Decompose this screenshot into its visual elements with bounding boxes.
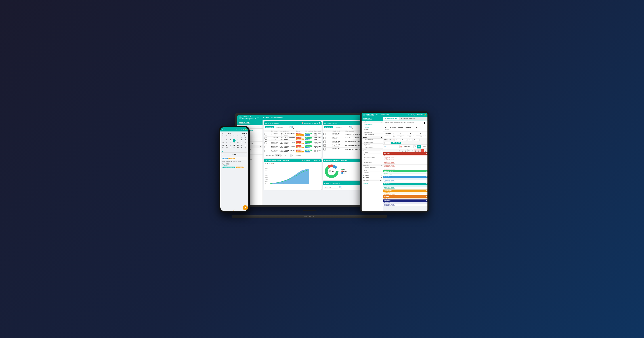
- filter-clients[interactable]: Clients: [401, 139, 407, 141]
- cal-expand-btn[interactable]: ▲: [220, 149, 248, 153]
- tablet-sites-item[interactable]: Sites: [362, 154, 383, 156]
- tab-planning-sites[interactable]: PLANNING SITES: [383, 117, 399, 120]
- menu-icon[interactable]: ☰: [257, 117, 259, 119]
- planning-search[interactable]: [387, 146, 398, 148]
- more-icon[interactable]: ⋮: [268, 142, 270, 143]
- filter-statuts[interactable]: Statuts: [394, 139, 400, 141]
- more-icon[interactable]: ⋮: [268, 138, 270, 139]
- tablet-liens-item[interactable]: Liens utiles▼: [362, 176, 383, 179]
- per-page-select[interactable]: 5: [275, 155, 280, 157]
- chart-icon5[interactable]: ≡: [274, 163, 274, 165]
- carrefour-icon[interactable]: ⚙: [426, 170, 427, 172]
- tablet-admins-item[interactable]: Administrateurs: [362, 161, 383, 164]
- perche-icon[interactable]: ⚙: [426, 196, 427, 197]
- search-icon3[interactable]: 🔍: [349, 126, 353, 129]
- apply-filter-btn[interactable]: APPLIQUER: [391, 142, 401, 144]
- more-icon[interactable]: ⋮: [328, 145, 330, 146]
- view-p45-btn[interactable]: P45: [416, 145, 421, 149]
- last-page-btn[interactable]: ⟩⟩: [291, 154, 294, 157]
- row-checkbox[interactable]: [323, 144, 326, 147]
- tablet-indispo-item[interactable]: Indisponibilités: [362, 131, 383, 134]
- tablet-reduce-btn[interactable]: ‹ Réduire: [362, 182, 383, 185]
- phone-add-label[interactable]: +: [243, 129, 244, 130]
- platform-dropdown[interactable]: [369, 179, 382, 181]
- more-icon[interactable]: ⋮: [328, 149, 330, 150]
- tablet-clients-item[interactable]: Clients: [362, 151, 383, 154]
- filter-button[interactable]: ▼: [243, 205, 248, 210]
- first-page-btn[interactable]: ⟨⟨: [280, 154, 283, 157]
- phone-settings-icon[interactable]: ⚙: [238, 129, 240, 130]
- view-month-btn[interactable]: MOIS: [422, 145, 427, 149]
- phone-notification-icon[interactable]: 🔔: [245, 129, 247, 130]
- row-checkbox[interactable]: [264, 146, 267, 148]
- more-icon[interactable]: ⋮: [268, 150, 270, 152]
- settings-icon2[interactable]: ⚙: [319, 122, 320, 124]
- chart-icon1[interactable]: ☺: [265, 163, 266, 165]
- row-checkbox[interactable]: [264, 137, 267, 140]
- tablet-search-icon[interactable]: 🔍: [408, 114, 410, 116]
- more-icon[interactable]: ⋮: [328, 141, 330, 142]
- tablet-tool-icon[interactable]: 🔧: [413, 114, 415, 116]
- row-checkbox[interactable]: [323, 141, 326, 143]
- chart-icon2[interactable]: ⊕: [267, 163, 268, 165]
- tablet-notification-icon[interactable]: 🔔: [424, 114, 426, 116]
- search-icon2[interactable]: 🔍: [290, 126, 294, 129]
- fnac-icon[interactable]: ⚙: [426, 183, 427, 185]
- filter-presta[interactable]: Presta...: [413, 139, 420, 141]
- filter-sites[interactable]: Sites: [408, 139, 412, 141]
- settings-icon4[interactable]: ⚙: [319, 160, 320, 161]
- tablet-platform-select[interactable]: Plateforme: [362, 179, 383, 182]
- phone-search-icon[interactable]: 🔍: [236, 129, 237, 130]
- tab-planning-agents[interactable]: PLANNING AGENTS: [399, 117, 416, 120]
- next-week-btn[interactable]: ›: [412, 145, 414, 149]
- tablet-dashboard-item[interactable]: Tableau de bord: [362, 123, 383, 126]
- phone-back-icon[interactable]: ←: [224, 129, 226, 130]
- tablet-params-item[interactable]: Paramètres▼: [362, 174, 383, 176]
- actions-button-2[interactable]: ACTIONS ▼: [324, 126, 333, 128]
- tablet-settings-icon[interactable]: ⚙: [410, 114, 412, 116]
- proprete-icon[interactable]: ⚙: [426, 200, 427, 201]
- tablet-planning-item[interactable]: Planning: [362, 126, 383, 128]
- row-checkbox[interactable]: [264, 150, 267, 152]
- tablet-section-terrain[interactable]: Terrain▲: [362, 136, 383, 139]
- tablet-menu-icon[interactable]: ☰: [376, 114, 378, 116]
- chart-icon4[interactable]: 🏠: [271, 163, 273, 165]
- row-checkbox[interactable]: [264, 133, 267, 136]
- more-icon[interactable]: ⋮: [268, 134, 270, 135]
- darty-icon[interactable]: ⚙: [426, 176, 427, 178]
- prev-month-btn[interactable]: ←: [222, 133, 223, 134]
- search-input-3[interactable]: [324, 186, 338, 188]
- tablet-factures-item[interactable]: Factures: [362, 171, 383, 174]
- next-page-btn[interactable]: ⟩: [288, 154, 290, 157]
- more-icon[interactable]: ⋮: [328, 137, 330, 139]
- tablet-points-item[interactable]: Points de contrôle: [362, 146, 383, 149]
- next-year-btn[interactable]: 2021 →: [241, 133, 247, 134]
- multiplus-icon[interactable]: ⚙: [426, 190, 427, 191]
- more-icon[interactable]: ⋮: [268, 146, 270, 147]
- expand-btn[interactable]: ⤢: [414, 145, 416, 149]
- stats-collapse-icon[interactable]: ▲: [423, 121, 426, 124]
- tablet-supervision-item[interactable]: Supervision: [362, 144, 383, 146]
- row-checkbox[interactable]: [323, 148, 326, 151]
- tablet-catalogue-item[interactable]: Catalogue de services: [362, 166, 383, 169]
- next-day-btn[interactable]: →: [245, 154, 246, 156]
- row-checkbox[interactable]: [323, 137, 326, 139]
- row-checkbox[interactable]: [323, 133, 326, 135]
- tablet-biblio-item[interactable]: Bibliothèque d'image: [362, 156, 383, 159]
- filter-agents[interactable]: Agents: [384, 142, 390, 144]
- phone-menu-icon[interactable]: ☰: [222, 129, 223, 130]
- chart-icon3[interactable]: 🔍: [269, 163, 270, 165]
- prev-page-btn[interactable]: ⟨: [284, 154, 287, 157]
- more-icon[interactable]: ⋮: [328, 134, 330, 135]
- actions-button-1[interactable]: ACTIONS ▼: [265, 126, 274, 128]
- prev-week-btn[interactable]: ‹: [399, 145, 400, 149]
- group-icon[interactable]: ⚙: [426, 153, 427, 154]
- row-checkbox[interactable]: [264, 142, 267, 144]
- tablet-section-agence[interactable]: Agence▲: [362, 149, 383, 151]
- tablet-devis-item[interactable]: Devis: [362, 169, 383, 171]
- tablet-back-icon[interactable]: ←: [378, 114, 380, 116]
- tablet-section-facturation[interactable]: Facturation▲: [362, 164, 383, 166]
- search-input-1[interactable]: [275, 126, 290, 128]
- tablet-section-gestion[interactable]: Gestion▲: [362, 121, 383, 123]
- tablet-agents-item[interactable]: Agents: [362, 159, 383, 161]
